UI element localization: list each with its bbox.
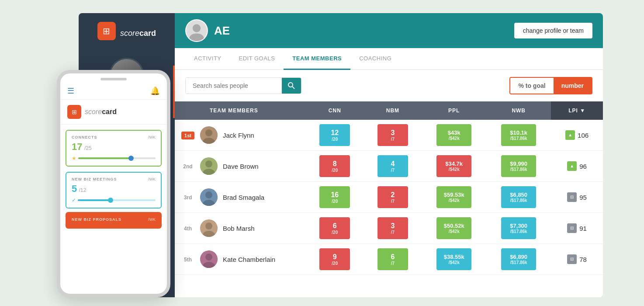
connects-wk: /WK bbox=[148, 135, 156, 139]
check-icon: ✓ bbox=[72, 197, 76, 203]
lpi-number: 91 bbox=[579, 225, 587, 232]
nbm-thumb bbox=[108, 198, 113, 203]
filter-group: % to goal number bbox=[509, 77, 592, 94]
lpi-cell: ▲ 106 bbox=[551, 120, 603, 151]
search-input[interactable] bbox=[186, 78, 282, 94]
nbm-progress bbox=[78, 199, 156, 201]
filter-number-button[interactable]: number bbox=[554, 78, 592, 94]
connects-card: CONNECTS /WK 17 /25 ★ bbox=[66, 130, 162, 167]
member-avatar bbox=[200, 219, 218, 237]
nwb-stat: $7,300 /$17.86k bbox=[501, 217, 536, 239]
member-avatar bbox=[200, 250, 218, 268]
lpi-number: 106 bbox=[578, 132, 589, 139]
nbm-stat: 4 /7 bbox=[377, 155, 408, 177]
col-team-members: TEAM MEMBERS bbox=[175, 101, 306, 120]
phone-mockup: ☰ 🔔 ⊞ scorecard CONNECTS /WK 17 /25 ★ NE… bbox=[57, 70, 170, 297]
connects-thumb bbox=[128, 156, 134, 161]
lpi-cell: ⊟ 91 bbox=[551, 213, 603, 244]
tab-team-members[interactable]: TEAM MEMBERS bbox=[284, 48, 350, 70]
table-container: TEAM MEMBERS CNN NBM PPL NWB LPI ▼ 1st bbox=[175, 101, 603, 297]
nwb-stat: $6,850 /$17.86k bbox=[501, 186, 536, 208]
nbm-goal: /12 bbox=[79, 187, 87, 193]
phone-logo-area: ⊞ scorecard bbox=[60, 100, 167, 125]
svg-point-6 bbox=[205, 129, 212, 136]
nwb-cell: $9,990 /$17.86k bbox=[486, 151, 551, 182]
col-lpi[interactable]: LPI ▼ bbox=[551, 101, 603, 120]
connects-fill bbox=[78, 157, 131, 159]
lpi-trend-icon: ⊟ bbox=[567, 254, 577, 264]
team-members-table: TEAM MEMBERS CNN NBM PPL NWB LPI ▼ 1st bbox=[175, 101, 603, 275]
hamburger-icon[interactable]: ☰ bbox=[67, 86, 74, 96]
tab-activity[interactable]: ACTIVITY bbox=[185, 48, 230, 70]
sidebar-accent bbox=[173, 66, 175, 118]
cnn-cell: 9 /20 bbox=[306, 244, 364, 275]
lpi-value-row: ▲ 96 bbox=[567, 161, 587, 171]
lpi-cell: ⊟ 95 bbox=[551, 182, 603, 213]
svg-point-3 bbox=[288, 83, 293, 87]
cnn-cell: 8 /20 bbox=[306, 151, 364, 182]
star-icon: ★ bbox=[72, 155, 76, 161]
ppl-cell: $43k /$42k bbox=[422, 120, 486, 151]
ppl-stat: $43k /$42k bbox=[436, 124, 471, 146]
nbm-fill bbox=[78, 199, 111, 201]
lpi-value-row: ▲ 106 bbox=[565, 130, 589, 140]
phone-logo-icon: ⊞ bbox=[67, 105, 81, 119]
member-name: Dave Brown bbox=[223, 163, 259, 170]
lpi-number: 95 bbox=[579, 194, 587, 201]
rank-text: 2nd bbox=[183, 163, 192, 170]
nwb-stat: $6,890 /$17.86k bbox=[501, 248, 536, 270]
tab-edit-goals[interactable]: EDIT GOALS bbox=[230, 48, 284, 70]
cnn-stat: 12 /20 bbox=[319, 124, 350, 146]
lpi-trend-icon: ⊟ bbox=[567, 192, 577, 202]
ppl-cell: $38.55k /$42k bbox=[422, 244, 486, 275]
sidebar-app-name: scorecard bbox=[120, 29, 156, 38]
member-cell: 4th Bob Marsh bbox=[175, 215, 306, 241]
lpi-number: 78 bbox=[579, 256, 587, 263]
cnn-cell: 12 /20 bbox=[306, 120, 364, 151]
member-cell: 3rd Brad Smagala bbox=[175, 184, 306, 210]
lpi-cell: ⊟ 78 bbox=[551, 244, 603, 275]
table-row: 2nd Dave Brown 8 /20 4 /7 $34.7k /$42k $… bbox=[175, 151, 603, 182]
search-button[interactable] bbox=[282, 78, 301, 94]
ppl-cell: $34.7k /$42k bbox=[422, 151, 486, 182]
table-body: 1st Jack Flynn 12 /20 3 /7 $43k /$42k $1… bbox=[175, 120, 603, 275]
rank-text: 4th bbox=[184, 226, 192, 232]
nwb-cell: $6,890 /$17.86k bbox=[486, 244, 551, 275]
cnn-stat: 6 /20 bbox=[319, 217, 350, 239]
phone-app-name: scorecard bbox=[85, 108, 117, 116]
nbm-card: NEW BIZ MEETINGS /WK 5 /12 ✓ bbox=[66, 172, 162, 209]
connects-goal: /25 bbox=[84, 145, 92, 151]
nbm-stat: 3 /7 bbox=[377, 124, 408, 146]
nwb-cell: $6,850 /$17.86k bbox=[486, 182, 551, 213]
table-row: 5th Kate Chamberlain 9 /20 6 /7 $38.55k … bbox=[175, 244, 603, 275]
rank-cell: 2nd bbox=[180, 162, 196, 170]
nwb-cell: $7,300 /$17.86k bbox=[486, 213, 551, 244]
member-cell: 5th Kate Chamberlain bbox=[175, 246, 306, 272]
svg-point-15 bbox=[205, 223, 212, 230]
filter-percent-button[interactable]: % to goal bbox=[510, 78, 553, 94]
nbm-stat: 6 /7 bbox=[377, 248, 408, 270]
ppl-stat: $38.55k /$42k bbox=[436, 248, 471, 270]
nbp-title: NEW BIZ PROPOSALS bbox=[72, 217, 121, 222]
table-row: 4th Bob Marsh 6 /20 3 /7 $50.52k /$42k $… bbox=[175, 213, 603, 244]
nbm-cell: 3 /7 bbox=[364, 120, 422, 151]
bell-icon[interactable]: 🔔 bbox=[150, 86, 160, 96]
member-avatar bbox=[200, 188, 218, 206]
nbp-card: NEW BIZ PROPOSALS /WK bbox=[66, 212, 162, 229]
change-profile-button[interactable]: change profile or team bbox=[514, 23, 592, 38]
rank-cell: 3rd bbox=[180, 193, 196, 201]
svg-point-18 bbox=[205, 254, 212, 261]
col-cnn: CNN bbox=[306, 101, 364, 120]
phone-speaker bbox=[100, 78, 127, 80]
member-name: Bob Marsh bbox=[223, 225, 255, 232]
svg-point-12 bbox=[205, 191, 212, 198]
lpi-value-row: ⊟ 78 bbox=[567, 254, 587, 264]
col-nbm: NBM bbox=[364, 101, 422, 120]
lpi-cell: ▲ 96 bbox=[551, 151, 603, 182]
main-content: AE change profile or team ACTIVITY EDIT … bbox=[175, 13, 603, 297]
rank-cell: 1st bbox=[180, 131, 196, 139]
nbm-value: 5 bbox=[72, 183, 77, 194]
tab-coaching[interactable]: COACHING bbox=[350, 48, 400, 70]
ppl-cell: $50.52k /$42k bbox=[422, 213, 486, 244]
ppl-stat: $50.52k /$42k bbox=[436, 217, 471, 239]
